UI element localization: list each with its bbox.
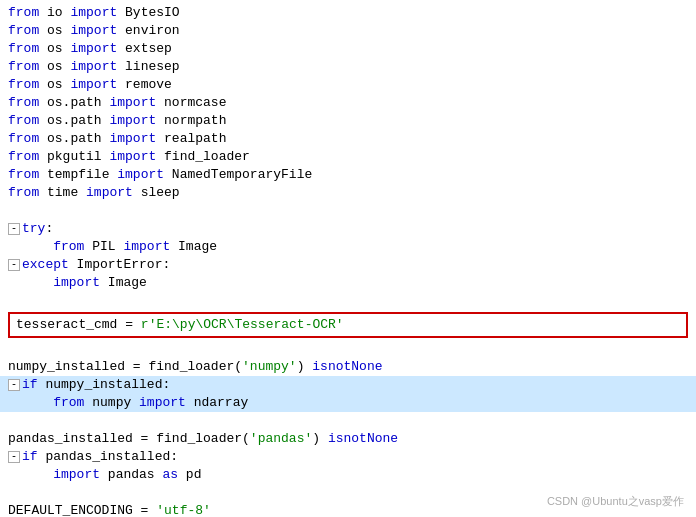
fold-icon[interactable]: - [8,379,20,391]
code-line: -if pandas_installed: [0,448,696,466]
empty-line [0,202,696,220]
code-line: from os.path import normpath [0,112,696,130]
code-line: from numpy import ndarray [0,394,696,412]
fold-icon[interactable]: - [8,451,20,463]
code-line: from tempfile import NamedTemporaryFile [0,166,696,184]
code-line: import pandas as pd [0,466,696,484]
code-line: from pkgutil import find_loader [0,148,696,166]
code-line: -try: [0,220,696,238]
code-line: pandas_installed = find_loader('pandas')… [0,430,696,448]
code-line: tesseract_cmd = r'E:\py\OCR\Tesseract-OC… [8,312,688,338]
code-line: import Image [0,274,696,292]
code-line: from time import sleep [0,184,696,202]
code-line: -except ImportError: [0,256,696,274]
code-container: from io import BytesIOfrom os import env… [0,0,696,517]
code-line: numpy_installed = find_loader('numpy') i… [0,358,696,376]
empty-line [0,292,696,310]
fold-icon[interactable]: - [8,259,20,271]
code-line: from os.path import realpath [0,130,696,148]
code-line: from os.path import normcase [0,94,696,112]
code-line: from os import extsep [0,40,696,58]
code-line: from os import remove [0,76,696,94]
code-line: from PIL import Image [0,238,696,256]
empty-line [0,412,696,430]
code-line: from os import linesep [0,58,696,76]
watermark: CSDN @Ubuntu之vasp爱作 [547,494,684,509]
code-line: from io import BytesIO [0,4,696,22]
fold-icon[interactable]: - [8,223,20,235]
code-line: -if numpy_installed: [0,376,696,394]
empty-line [0,340,696,358]
code-line: from os import environ [0,22,696,40]
